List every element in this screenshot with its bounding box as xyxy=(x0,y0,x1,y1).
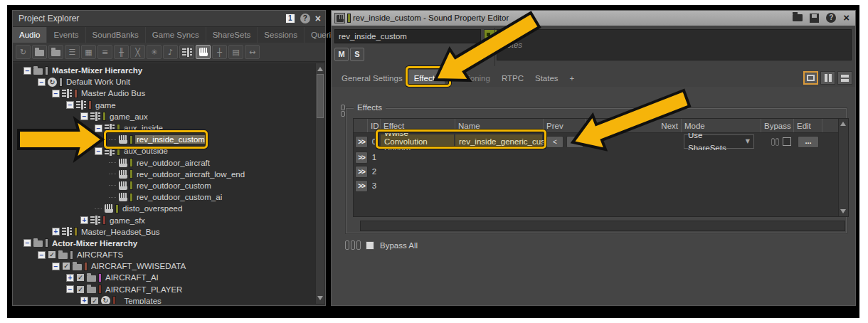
insert-effect-button[interactable]: >> xyxy=(355,136,368,148)
tree-item-aux-outside[interactable]: −aux_outside xyxy=(14,145,315,157)
expand-icon[interactable]: + xyxy=(52,228,60,235)
table-view-icon[interactable]: ▤ xyxy=(228,45,243,59)
tree-item-templates[interactable]: +✓↻_Templates xyxy=(14,295,315,304)
sound-sfx-icon[interactable]: ♪ xyxy=(163,45,178,59)
tree-item-rev-inside-custom[interactable]: rev_inside_custom xyxy=(14,134,315,145)
collapse-icon[interactable]: − xyxy=(23,67,31,75)
scroll-down-icon[interactable] xyxy=(840,209,846,213)
tab-add[interactable]: + xyxy=(564,70,581,87)
music-segment-icon[interactable]: ✳ xyxy=(147,45,162,59)
sharesets-icon-button[interactable] xyxy=(484,29,498,43)
tab-general-settings[interactable]: General Settings xyxy=(336,70,408,87)
audio-bus-icon[interactable] xyxy=(179,45,194,59)
tab-effects[interactable]: Effects xyxy=(408,70,445,87)
collapse-icon[interactable]: − xyxy=(38,78,46,86)
effect-type-cell[interactable]: Wwise Convolution Reverb xyxy=(381,134,454,149)
expand-icon[interactable]: + xyxy=(66,274,74,282)
tab-rtpc[interactable]: RTPC xyxy=(496,70,529,87)
tree-item-default-work-unit[interactable]: −↻Default Work Unit xyxy=(14,76,315,88)
sequence-container-icon[interactable]: ≡ xyxy=(97,45,112,59)
tree-item-game-aux[interactable]: −game_aux xyxy=(14,111,315,122)
tree-checkbox[interactable]: ✓ xyxy=(76,273,85,282)
tree-checkbox[interactable]: ✓ xyxy=(62,262,70,270)
bypass-all-checkbox[interactable] xyxy=(366,241,374,250)
tree-item-actor-mixer-hierarchy[interactable]: −Actor-Mixer Hierarchy xyxy=(14,238,315,249)
object-name-input[interactable] xyxy=(334,29,481,43)
tree-checkbox[interactable]: ✓ xyxy=(90,297,99,304)
close-icon[interactable]: × xyxy=(843,13,850,23)
tree-item-game[interactable]: −game xyxy=(14,100,315,111)
open-icon[interactable] xyxy=(793,14,803,21)
edit-effect-button[interactable]: ... xyxy=(798,136,819,148)
mute-button[interactable]: M xyxy=(334,48,349,61)
switch-container-icon[interactable]: ╳ xyxy=(130,45,145,59)
help-icon[interactable]: ? xyxy=(300,14,310,23)
tree-item-rev-outdoor-aircraft[interactable]: rev_outdoor_aircraft xyxy=(14,157,315,169)
tree-item-master-headset-bus[interactable]: +Master_Headset_Bus xyxy=(14,226,315,238)
tab-sharesets[interactable]: ShareSets xyxy=(206,27,258,43)
insert-effect-button[interactable]: >> xyxy=(355,152,368,164)
collapse-icon[interactable]: − xyxy=(52,263,60,270)
random-container-icon[interactable]: ╫ xyxy=(114,45,129,59)
tab-events[interactable]: Events xyxy=(47,27,85,43)
scroll-down-icon[interactable] xyxy=(317,296,323,300)
tree-item-rev-outdoor-custom[interactable]: rev_outdoor_custom xyxy=(14,180,315,191)
tab-soundbanks[interactable]: SoundBanks xyxy=(86,27,146,43)
layout-single-button[interactable] xyxy=(803,71,818,85)
tree-item-aircraft-ai[interactable]: +✓AIRCRAFT_AI xyxy=(14,272,315,283)
scroll-up-icon[interactable] xyxy=(317,67,323,71)
tab-states[interactable]: States xyxy=(529,70,564,87)
collapse-icon[interactable]: − xyxy=(80,112,88,120)
tree-item-aircraft-player[interactable]: −✓AIRCRAFT_PLAYER xyxy=(14,284,315,295)
tree-checkbox[interactable]: ✓ xyxy=(76,285,85,294)
blend-container-icon[interactable]: ▦ xyxy=(81,45,96,59)
tab-audio[interactable]: Audio xyxy=(13,27,47,43)
aux-bus-icon[interactable] xyxy=(196,45,211,59)
work-unit-icon[interactable]: ↻ xyxy=(16,45,31,59)
close-icon[interactable]: × xyxy=(315,14,321,23)
tree-item-aux-inside[interactable]: −aux_inside xyxy=(14,122,315,134)
prev-shareset-button[interactable]: < xyxy=(546,136,563,148)
notes-input[interactable] xyxy=(497,29,852,60)
tree-item-disto-overspeed[interactable]: disto_overspeed xyxy=(14,203,315,214)
tree-item-aircraft-wwisedata[interactable]: −✓AIRCRAFT_WWISEDATA xyxy=(14,260,315,272)
collapse-icon[interactable]: − xyxy=(95,147,102,155)
scroll-thumb[interactable] xyxy=(317,74,324,118)
layout-split-vertical-button[interactable] xyxy=(820,71,835,85)
expand-icon[interactable]: + xyxy=(80,297,88,304)
collapse-icon[interactable]: − xyxy=(66,285,74,293)
tree-item-game-sfx[interactable]: +game_sfx xyxy=(14,214,315,226)
help-icon[interactable]: ? xyxy=(826,13,836,23)
collapse-icon[interactable]: − xyxy=(23,239,31,247)
tree-view-icon[interactable]: ┼ xyxy=(212,45,227,59)
physical-folder-icon[interactable] xyxy=(32,45,47,59)
tree-item-rev-outdoor-custom-ai[interactable]: rev_outdoor_custom_ai xyxy=(14,191,315,203)
insert-effect-button[interactable]: >> xyxy=(355,180,368,192)
insert-effect-button[interactable]: >> xyxy=(355,166,368,178)
actor-mixer-icon[interactable]: ☰ xyxy=(65,45,80,59)
expand-icon[interactable]: + xyxy=(80,216,88,224)
tree-item-aircrafts[interactable]: −✓AIRCRAFTS xyxy=(14,249,315,260)
tab-sessions[interactable]: Sessions xyxy=(258,27,305,43)
layout-1-icon[interactable]: 1 xyxy=(285,14,295,23)
mode-select[interactable]: Use ShareSets▼ xyxy=(684,134,754,149)
collapse-icon[interactable]: − xyxy=(95,125,102,132)
effects-table-scrollbar[interactable] xyxy=(838,119,848,216)
collapse-icon[interactable]: − xyxy=(52,90,60,97)
collapse-icon[interactable]: − xyxy=(66,101,74,109)
tab-positioning[interactable]: Positioning xyxy=(445,70,496,87)
effect-name-dropdown[interactable]: rev_inside_generic_custom▼ xyxy=(455,134,542,149)
resize-icon[interactable]: ↔ xyxy=(245,45,260,59)
collapse-icon[interactable]: − xyxy=(38,251,46,259)
next-shareset-button[interactable]: > xyxy=(566,136,583,148)
tab-game-syncs[interactable]: Game Syncs xyxy=(146,27,206,43)
tree-item-rev-outdoor-aircraft-low-end[interactable]: rev_outdoor_aircraft_low_end xyxy=(14,169,315,180)
tree-item-master-audio-bus[interactable]: −Master Audio Bus xyxy=(14,88,315,99)
scroll-up-icon[interactable] xyxy=(840,122,846,126)
solo-button[interactable]: S xyxy=(350,48,364,61)
tree-checkbox[interactable]: ✓ xyxy=(48,250,56,259)
virtual-folder-icon[interactable] xyxy=(48,45,63,59)
tree-item-master-mixer-hierarchy[interactable]: −Master-Mixer Hierarchy xyxy=(14,65,315,76)
save-icon[interactable] xyxy=(810,14,819,23)
layout-split-horizontal-button[interactable] xyxy=(837,71,852,85)
